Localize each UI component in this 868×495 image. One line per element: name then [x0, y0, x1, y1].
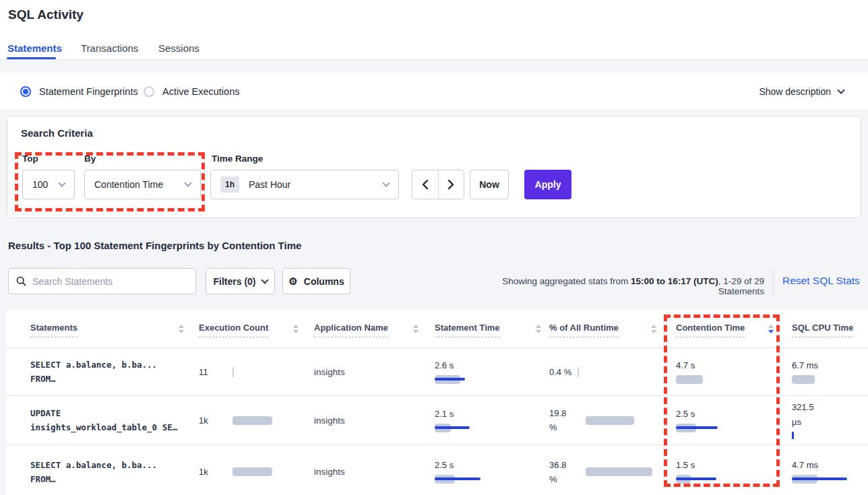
zero-bar-tick [578, 367, 579, 377]
top-select-value: 100 [32, 179, 59, 190]
stats-time-range: 15:00 to 16:17 (UTC) [631, 276, 718, 286]
by-label: By [84, 154, 96, 164]
stat-bar [435, 475, 455, 484]
execution-count-cell: 11 [199, 348, 299, 395]
stat-bar [435, 424, 454, 432]
radio-label: Statement Fingerprints [39, 86, 138, 97]
radio-selected-icon [20, 86, 31, 97]
tab-sessions[interactable]: Sessions [158, 42, 199, 54]
header-sql-cpu-time[interactable]: SQL CPU Time [792, 323, 868, 337]
statement-fingerprint-link[interactable]: SELECT a.balance, b.ba... FROM… [30, 458, 157, 486]
sort-icon [536, 325, 541, 333]
header-statements[interactable]: Statements [30, 323, 184, 337]
results-heading: Results - Top 100 Statement Fingerprints… [8, 240, 301, 251]
columns-label: Columns [304, 276, 344, 287]
next-time-button[interactable] [439, 170, 464, 199]
search-criteria-panel: Search Criteria Top By Time Range 100 Co… [7, 116, 861, 218]
sql-activity-page: SQL Activity Statements Transactions Ses… [0, 0, 868, 495]
search-statements-input[interactable] [32, 276, 188, 287]
time-nav-group [412, 170, 464, 199]
sql-cpu-time-cell: 4.7 ms [792, 460, 818, 484]
chevron-down-icon [261, 276, 268, 284]
radio-unselected-icon [144, 86, 154, 97]
sql-cpu-time-cell: 6.7 ms [792, 360, 818, 384]
execution-count-cell: 1k [199, 445, 299, 495]
table-row: SELECT a.balance, b.ba... FROM… 1k insig… [7, 445, 868, 495]
statement-time-cell: 2.5 s [435, 460, 455, 484]
percent-runtime-cell: 0.4 % [549, 348, 656, 395]
stat-bar [586, 416, 634, 425]
header-percent-of-all-runtime[interactable]: % of All Runtime [549, 323, 656, 337]
time-range-value: Past Hour [249, 179, 383, 190]
columns-button[interactable]: ⚙ Columns [282, 268, 350, 294]
time-range-label: Time Range [212, 154, 263, 164]
aggregated-stats-text: Showing aggregated stats from 15:00 to 1… [466, 276, 764, 296]
stat-bar [232, 416, 272, 425]
header-contention-time[interactable]: Contention Time [676, 323, 774, 337]
active-tab-underline [7, 57, 56, 59]
statement-fingerprint-link[interactable]: SELECT a.balance, b.ba... FROM… [30, 358, 157, 386]
stat-bar [435, 375, 460, 384]
chevron-down-icon [58, 179, 65, 187]
chevron-left-icon [422, 179, 429, 190]
tiny-bar-tick [792, 432, 794, 439]
statements-table: Statements Execution Count Application N… [7, 310, 868, 495]
stat-bar [586, 467, 652, 476]
table-row: SELECT a.balance, b.ba... FROM… 11 insig… [7, 348, 868, 396]
application-name: insights [314, 416, 345, 426]
statement-time-cell: 2.1 s [435, 409, 454, 432]
radio-label: Active Executions [162, 86, 239, 97]
radio-statement-fingerprints[interactable]: Statement Fingerprints [20, 73, 138, 110]
top-label: Top [22, 154, 38, 164]
by-select[interactable]: Contention Time [84, 170, 201, 199]
radio-active-executions[interactable]: Active Executions [144, 73, 239, 110]
application-name: insights [314, 367, 345, 377]
gear-icon: ⚙ [288, 276, 297, 286]
now-button[interactable]: Now [470, 170, 509, 199]
divider [773, 269, 774, 294]
stats-prefix: Showing aggregated stats from [502, 276, 631, 286]
stat-bar [792, 475, 818, 484]
show-description-toggle[interactable]: Show description [759, 73, 844, 110]
statement-time-cell: 2.6 s [435, 360, 460, 384]
header-execution-count[interactable]: Execution Count [199, 323, 299, 337]
tab-statements[interactable]: Statements [7, 42, 62, 54]
page-title: SQL Activity [8, 7, 84, 22]
search-statements-box [8, 268, 196, 294]
sql-cpu-time-cell: 321.5 µs [792, 402, 814, 439]
sort-icon [651, 325, 656, 333]
statement-fingerprint-link[interactable]: UPDATE insights_workload_table_0 SE… [30, 406, 177, 434]
sort-desc-icon [768, 325, 774, 333]
filters-button[interactable]: Filters (0) [206, 268, 275, 294]
page-header: SQL Activity Statements Transactions Ses… [0, 0, 868, 60]
tab-transactions[interactable]: Transactions [81, 42, 138, 54]
time-range-badge: 1h [220, 176, 239, 193]
stat-bar [676, 375, 703, 384]
zero-bar-tick [232, 367, 234, 377]
previous-time-button[interactable] [412, 170, 439, 199]
search-criteria-heading: Search Criteria [21, 127, 93, 139]
chevron-down-icon [184, 179, 191, 187]
reset-sql-stats-link[interactable]: Reset SQL Stats [782, 275, 860, 287]
stat-bar [676, 424, 696, 432]
chevron-down-icon [382, 179, 390, 187]
filters-label: Filters (0) [213, 276, 255, 287]
top-select[interactable]: 100 [22, 170, 75, 199]
apply-button[interactable]: Apply [524, 170, 571, 199]
time-range-select[interactable]: 1h Past Hour [210, 170, 399, 199]
chevron-down-icon [837, 86, 844, 94]
header-application-name[interactable]: Application Name [314, 323, 418, 337]
stat-bar [676, 475, 695, 484]
table-row: UPDATE insights_workload_table_0 SE… 1k … [7, 396, 868, 445]
header-statement-time[interactable]: Statement Time [435, 323, 541, 337]
contention-time-cell: 4.7 s [676, 360, 703, 384]
sort-icon [179, 325, 184, 333]
sort-icon [413, 325, 418, 333]
table-header-row: Statements Execution Count Application N… [7, 310, 868, 348]
stat-bar [792, 375, 818, 384]
percent-runtime-cell: 19.8 % [549, 396, 656, 444]
execution-count-cell: 1k [199, 396, 299, 444]
search-icon [16, 276, 26, 286]
application-name: insights [314, 467, 345, 477]
stat-bar [232, 467, 272, 476]
